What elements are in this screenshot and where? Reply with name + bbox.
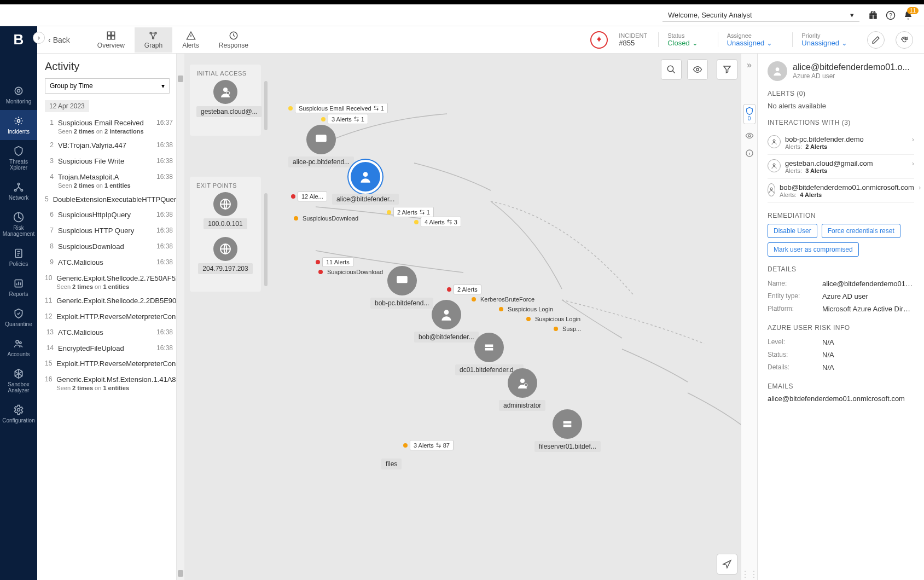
interaction-row[interactable]: bob@bitdefenderdemo01.onmicrosoft.comAle… bbox=[768, 179, 914, 203]
activity-row[interactable]: 1Suspicious Email ReceivedSeen 2 times o… bbox=[45, 115, 176, 138]
navigate-icon[interactable] bbox=[717, 554, 737, 575]
remediation-button[interactable]: Force credentials reset bbox=[822, 224, 900, 238]
activity-row[interactable]: 12Exploit.HTTP.ReverseMeterpreterConsole… bbox=[45, 309, 176, 325]
search-icon[interactable] bbox=[661, 59, 682, 80]
shield-icon[interactable]: 0 bbox=[743, 104, 756, 124]
sidebar-item-threats-xplorer[interactable]: Threats Xplorer bbox=[0, 140, 37, 176]
sidebar-item-sandbox-analyzer[interactable]: Sandbox Analyzer bbox=[0, 363, 37, 399]
interaction-row[interactable]: bob-pc.bitdefender.demoAlerts: 2 Alerts› bbox=[768, 131, 914, 155]
priority-dropdown[interactable]: Unassigned ⌄ bbox=[801, 39, 847, 47]
activity-row[interactable]: 16Generic.Exploit.Msf.Extension.1.41A809… bbox=[45, 372, 176, 395]
interaction-row[interactable]: gesteban.cloud@gmail.comAlerts: 3 Alerts… bbox=[768, 155, 914, 179]
graph-chip[interactable]: 12 Ale... bbox=[291, 192, 327, 201]
sidebar-item-quarantine[interactable]: Quarantine bbox=[0, 303, 37, 333]
info-icon[interactable] bbox=[743, 147, 756, 159]
assignee-dropdown[interactable]: Unassigned ⌄ bbox=[727, 39, 773, 47]
svg-point-3 bbox=[18, 90, 20, 92]
logo[interactable]: B bbox=[0, 26, 37, 53]
sidebar-item-network[interactable]: Network bbox=[0, 176, 37, 206]
detail-row: Entity type:Azure AD user bbox=[768, 290, 914, 303]
welcome-dropdown[interactable]: Welcome, Security Analyst ▾ bbox=[663, 9, 859, 22]
node-fileserver[interactable]: fileserver01.bitdef... bbox=[534, 409, 601, 452]
sidebar-item-monitoring[interactable]: Monitoring bbox=[0, 80, 37, 110]
eye-icon[interactable] bbox=[743, 130, 756, 142]
graph-chip[interactable]: Susp... bbox=[554, 325, 583, 333]
scrollbar[interactable] bbox=[177, 54, 184, 580]
activity-row[interactable]: 9ATC.Malicious16:38 bbox=[45, 255, 176, 271]
activity-sub: Seen 2 times on 1 entities bbox=[56, 385, 176, 391]
graph-chip[interactable]: Suspicious Login bbox=[526, 315, 583, 323]
activity-row[interactable]: 5DoubleExtensionExecutableHTTPQuery16:38 bbox=[45, 192, 176, 208]
sidebar-item-incidents[interactable]: Incidents bbox=[0, 110, 37, 140]
tab-overview[interactable]: Overview bbox=[88, 27, 135, 53]
activity-row[interactable]: 10Generic.Exploit.Shellcode.2.7E50AF52Se… bbox=[45, 271, 176, 293]
graph-chip[interactable]: Suspicious Login bbox=[499, 305, 555, 313]
sidebar-expand-icon[interactable]: › bbox=[33, 32, 45, 44]
activity-row[interactable]: 8SuspiciousDownload16:38 bbox=[45, 239, 176, 255]
node-alice-pc[interactable]: alice-pc.bitdefend... bbox=[288, 125, 354, 167]
node-administrator[interactable]: administrator bbox=[499, 368, 545, 411]
interaction-sub: Alerts: 3 Alerts bbox=[785, 167, 908, 174]
status-dropdown[interactable]: Closed ⌄ bbox=[667, 39, 698, 47]
graph-chip[interactable]: SuspiciousDownload bbox=[294, 214, 361, 222]
tab-graph[interactable]: Graph bbox=[135, 27, 172, 53]
risk-value: N/A bbox=[822, 363, 914, 372]
svg-rect-36 bbox=[563, 421, 572, 424]
chevron-down-icon: ▾ bbox=[161, 82, 165, 90]
activity-row[interactable]: 13ATC.Malicious16:38 bbox=[45, 325, 176, 341]
activity-row[interactable]: 11Generic.Exploit.Shellcode.2.2DB5E90E16… bbox=[45, 293, 176, 309]
sidebar-item-reports[interactable]: Reports bbox=[0, 272, 37, 303]
graph-chip[interactable]: 4 Alerts ⇆ 3 bbox=[414, 217, 461, 227]
node-files[interactable]: files bbox=[381, 459, 402, 469]
emails-heading: EMAILS bbox=[768, 382, 914, 390]
globe-icon[interactable] bbox=[213, 237, 237, 261]
activity-list[interactable]: 1Suspicious Email ReceivedSeen 2 times o… bbox=[45, 115, 176, 580]
activity-row[interactable]: 15Exploit.HTTP.ReverseMeterpreterConsole… bbox=[45, 356, 176, 372]
refresh-icon[interactable] bbox=[896, 31, 913, 49]
activity-row[interactable]: 2VB:Trojan.Valyria.44716:38 bbox=[45, 138, 176, 154]
remediation-button[interactable]: Disable User bbox=[768, 224, 817, 238]
risk-row: Status:N/A bbox=[768, 349, 914, 361]
node-alice[interactable]: alice@bitdefender... bbox=[332, 162, 399, 205]
gift-icon[interactable] bbox=[868, 10, 878, 20]
back-button[interactable]: ‹ Back bbox=[48, 36, 70, 44]
graph-chip[interactable]: 2 Alerts ⇆ 1 bbox=[387, 207, 434, 217]
remediation-button[interactable]: Mark user as compromised bbox=[768, 242, 859, 257]
activity-row[interactable]: 4Trojan.Metasploit.ASeen 2 times on 1 en… bbox=[45, 170, 176, 192]
graph-canvas[interactable]: INITIAL ACCESS gesteban.cloud@... EXIT P… bbox=[184, 54, 741, 580]
filter-icon[interactable] bbox=[717, 59, 737, 80]
svg-point-11 bbox=[16, 340, 19, 343]
activity-row[interactable]: 14EncryptedFileUpload16:38 bbox=[45, 341, 176, 357]
globe-icon[interactable] bbox=[213, 192, 237, 216]
bell-icon[interactable]: 11 bbox=[903, 10, 913, 20]
sidebar-item-configuration[interactable]: Configuration bbox=[0, 399, 37, 429]
sidebar-item-risk-management[interactable]: Risk Management bbox=[0, 206, 37, 242]
graph-chip[interactable]: 2 Alerts bbox=[447, 285, 481, 294]
tab-alerts[interactable]: Alerts bbox=[172, 27, 209, 53]
graph-chip[interactable]: Suspicious Email Received ⇆ 1 bbox=[288, 103, 388, 113]
graph-chip[interactable]: 3 Alerts ⇆ 87 bbox=[403, 440, 454, 450]
graph-chip[interactable]: 11 Alerts bbox=[316, 257, 353, 267]
help-icon[interactable]: ? bbox=[886, 10, 896, 20]
exit-points-card: EXIT POINTS 100.0.0.101 204.79.197.203 bbox=[190, 177, 261, 292]
graph-chip[interactable]: 3 Alerts ⇆ 1 bbox=[321, 114, 368, 124]
sidebar-item-accounts[interactable]: Accounts bbox=[0, 333, 37, 363]
sidebar-item-policies[interactable]: Policies bbox=[0, 242, 37, 272]
incident-severity-icon bbox=[590, 31, 608, 49]
graph-chip[interactable]: KerberosBruteForce bbox=[472, 295, 537, 303]
edit-icon[interactable] bbox=[867, 31, 885, 49]
activity-row[interactable]: 3Suspicious File Write16:38 bbox=[45, 154, 176, 170]
collapse-icon[interactable]: » bbox=[743, 59, 756, 71]
detail-row: Platform:Microsoft Azure Active Director… bbox=[768, 303, 914, 315]
drag-handle-icon[interactable]: ⋮⋮ bbox=[743, 568, 756, 580]
activity-row[interactable]: 7Suspicious HTTP Query16:38 bbox=[45, 223, 176, 239]
activity-title: Activity bbox=[45, 60, 176, 73]
group-by-select[interactable]: Group by Time ▾ bbox=[45, 78, 170, 94]
eye-icon[interactable] bbox=[687, 59, 708, 80]
activity-name: Generic.Exploit.Msf.Extension.1.41A809BA bbox=[56, 375, 176, 385]
svg-point-19 bbox=[155, 32, 156, 34]
activity-row[interactable]: 6SuspiciousHttpIpQuery16:38 bbox=[45, 207, 176, 223]
user-icon[interactable] bbox=[213, 80, 237, 104]
tab-response[interactable]: Response bbox=[209, 27, 258, 53]
risk-key: Level: bbox=[768, 338, 822, 346]
